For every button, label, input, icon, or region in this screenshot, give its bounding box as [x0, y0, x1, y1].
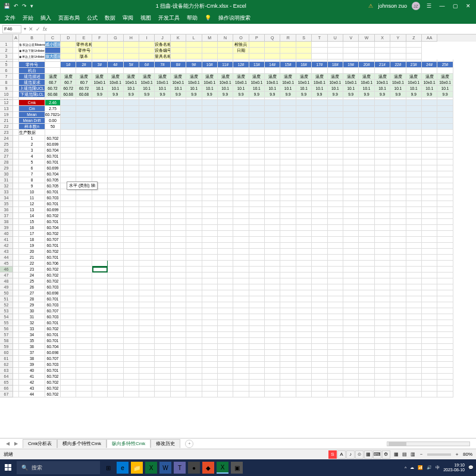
sample-header[interactable]: 10# [202, 62, 218, 68]
data-index[interactable]: 27 [19, 290, 45, 296]
teams-icon[interactable]: T [174, 462, 186, 474]
data-index[interactable]: 28 [19, 296, 45, 302]
row-header[interactable]: 34 [0, 195, 13, 201]
word-icon[interactable]: W [159, 462, 171, 474]
col-header[interactable]: N [218, 35, 233, 42]
data-index[interactable]: 8 [19, 177, 45, 183]
task-view-icon[interactable]: ⊞ [102, 462, 114, 474]
minimize-button[interactable]: — [438, 3, 446, 9]
redo-icon[interactable]: ↷ [22, 3, 27, 9]
label-gauge[interactable]: 量具名称 [155, 54, 170, 60]
data-value[interactable]: 60.701 [45, 255, 61, 261]
col-header[interactable]: K [171, 35, 186, 42]
col-header[interactable]: C [45, 35, 61, 42]
data-value[interactable]: 60.702 [45, 249, 61, 255]
data-value[interactable]: 60.703 [45, 362, 61, 368]
data-value[interactable]: 60.701 [45, 296, 61, 302]
taskbar-search[interactable]: 🔍 搜索 [17, 461, 100, 474]
label-drift[interactable]: Mean Drift [19, 118, 45, 124]
label-part-no[interactable]: 零件号 [76, 48, 92, 54]
row-header[interactable]: 56 [0, 326, 13, 332]
sample-header[interactable]: 25# [437, 62, 453, 68]
row-header[interactable]: 59 [0, 344, 13, 350]
row-header[interactable]: 43 [0, 249, 13, 255]
data-value[interactable]: 60.701 [45, 201, 61, 207]
data-value[interactable]: 60.701 [45, 159, 61, 165]
data-index[interactable]: 11 [19, 195, 45, 201]
row-header[interactable]: 47 [0, 273, 13, 278]
row-header[interactable]: 37 [0, 213, 13, 219]
data-index[interactable]: 12 [19, 201, 45, 207]
label-version[interactable]: 版本 [76, 54, 92, 60]
row-header[interactable]: 42 [0, 243, 13, 249]
col-header[interactable]: W [359, 35, 374, 42]
row-header[interactable]: 45 [0, 261, 13, 267]
label-mean[interactable]: Mean [19, 112, 45, 118]
excel-icon[interactable]: X [145, 462, 157, 474]
sample-header[interactable]: 18# [328, 62, 343, 68]
value-mean[interactable]: 60.70214 [45, 112, 61, 118]
data-value[interactable]: 60.705 [45, 183, 61, 189]
data-index[interactable]: 16 [19, 225, 45, 231]
sheet-tab[interactable]: 修改历史 [151, 439, 180, 448]
label-date[interactable]: 日期 [233, 48, 249, 54]
data-value[interactable]: 60.705 [45, 177, 61, 183]
col-header[interactable]: AA [422, 35, 437, 42]
row-header[interactable]: 48 [0, 278, 13, 284]
data-value[interactable]: 60.699 [45, 142, 61, 148]
sheet-tab[interactable]: Cmk分析表 [23, 439, 57, 448]
label-spec-desc[interactable]: 规范描述 [19, 74, 45, 80]
data-value[interactable]: 60.701 [45, 332, 61, 338]
row-header[interactable]: 21 [0, 118, 13, 124]
sogou-icon[interactable]: S [328, 450, 337, 459]
data-value[interactable]: 60.704 [45, 171, 61, 177]
data-index[interactable]: 40 [19, 368, 45, 374]
view-layout-icon[interactable]: ▤ [402, 452, 407, 457]
label-cmk[interactable]: Cmk [19, 100, 45, 106]
data-index[interactable]: 25 [19, 278, 45, 284]
row-header[interactable]: 32 [0, 183, 13, 189]
row-header[interactable]: 27 [0, 154, 13, 159]
row-header[interactable]: 46 [0, 267, 13, 273]
row-header[interactable]: 64 [0, 374, 13, 380]
row-header[interactable]: 51 [0, 296, 13, 302]
tab-insert[interactable]: 插入 [40, 14, 51, 22]
label-part-name[interactable]: 零件名称 [76, 42, 92, 48]
app-icon[interactable]: ▣ [231, 462, 243, 474]
data-index[interactable]: 32 [19, 320, 45, 326]
data-index[interactable]: 10 [19, 189, 45, 195]
sample-header[interactable]: 19# [343, 62, 359, 68]
notification-icon[interactable]: 💬 [468, 465, 474, 470]
sample-header[interactable]: 15# [280, 62, 296, 68]
data-value[interactable]: 60.698 [45, 290, 61, 296]
explorer-icon[interactable]: 📁 [131, 462, 143, 474]
data-index[interactable]: 41 [19, 374, 45, 380]
row-header[interactable]: 55 [0, 320, 13, 326]
row-header[interactable]: 57 [0, 332, 13, 338]
sample-header[interactable]: 21# [375, 62, 390, 68]
row-header[interactable]: 1 [0, 42, 13, 48]
tab-file[interactable]: 文件 [5, 14, 15, 22]
data-index[interactable]: 18 [19, 237, 45, 243]
row-header[interactable]: 3 [0, 54, 13, 60]
tab-home[interactable]: 开始 [23, 14, 33, 22]
sample-header[interactable]: 7# [155, 62, 170, 68]
start-button[interactable] [2, 462, 14, 474]
col-header[interactable]: Q [265, 35, 280, 42]
label-machine[interactable]: 机台 [19, 68, 45, 74]
label-part-no-row[interactable]: 零件号 [19, 62, 45, 68]
sheet-tab[interactable]: 纵向多特性Cmk [107, 439, 151, 448]
lcl-option[interactable]: ◉ 单边上限Unilateral_LCL [19, 54, 45, 60]
excel-running-icon[interactable]: X [217, 462, 228, 474]
row-header[interactable]: 35 [0, 201, 13, 207]
data-value[interactable]: 60.707 [45, 356, 61, 362]
col-header[interactable]: Z [406, 35, 422, 42]
tray-volume-icon[interactable]: 🔊 [427, 465, 432, 470]
section-header[interactable]: 生产数据 [19, 130, 45, 136]
data-index[interactable]: 23 [19, 267, 45, 273]
enlarge-chart-button[interactable]: 放大图形 [45, 54, 61, 60]
data-value[interactable]: 60.701 [45, 219, 61, 225]
row-header[interactable]: 29 [0, 165, 13, 171]
col-header[interactable]: Y [390, 35, 406, 42]
row-header[interactable]: 36 [0, 207, 13, 213]
